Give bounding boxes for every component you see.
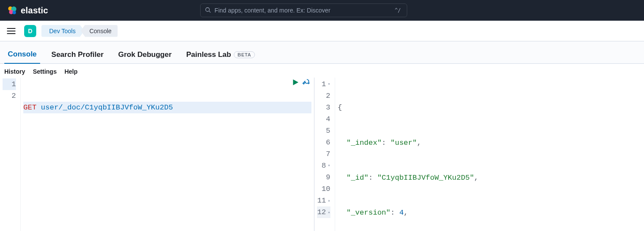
line-number: 3: [326, 102, 330, 113]
request-method: GET: [23, 102, 37, 113]
request-gutter: 1 2: [0, 78, 21, 231]
link-help[interactable]: Help: [64, 68, 77, 75]
line-number: 2: [12, 90, 16, 102]
svg-point-3: [13, 11, 16, 14]
tab-grok-debugger[interactable]: Grok Debugger: [115, 47, 175, 63]
line-number: 10: [321, 183, 330, 195]
svg-line-5: [209, 11, 211, 12]
link-history[interactable]: History: [4, 68, 25, 75]
line-number: 1: [322, 78, 326, 90]
json-key: "_version": [346, 207, 390, 219]
line-number: 12: [317, 206, 326, 218]
svg-point-4: [206, 7, 210, 11]
link-settings[interactable]: Settings: [33, 68, 57, 75]
run-request-button[interactable]: [292, 78, 299, 90]
json-val: 4: [399, 207, 404, 219]
sub-header: D Dev Tools Console: [0, 21, 644, 41]
breadcrumb-devtools[interactable]: Dev Tools: [41, 25, 84, 37]
space-selector[interactable]: D: [24, 25, 36, 37]
json-key: "_id": [346, 172, 368, 184]
top-header: elastic Find apps, content, and more. Ex…: [0, 0, 644, 21]
devtools-tabs: Console Search Profiler Grok Debugger Pa…: [0, 41, 644, 64]
line-number: 7: [326, 148, 330, 160]
tab-console[interactable]: Console: [4, 47, 40, 64]
search-shortcut-hint: ^/: [393, 7, 402, 13]
nav-toggle-button[interactable]: [7, 25, 19, 37]
line-number: 5: [326, 125, 330, 137]
line-number: 9: [326, 172, 330, 183]
request-actions: [292, 78, 310, 90]
request-path: user/_doc/C1yqbIIBJVfoW_YKu2D5: [41, 102, 173, 113]
response-gutter: 1▾ 2 3 4 5 6 7 8▾ 9 10 11▴ 12▴: [314, 78, 335, 231]
tab-painless-lab[interactable]: Painless Lab BETA: [183, 47, 258, 63]
editor-split: 1 2 GET user/_doc/C1yqbIIBJVfoW_YKu2D5 1…: [0, 78, 644, 231]
request-editor[interactable]: GET user/_doc/C1yqbIIBJVfoW_YKu2D5: [21, 78, 314, 173]
json-val: "user": [390, 137, 417, 149]
brand-text: elastic: [21, 6, 48, 16]
line-number: 4: [326, 113, 330, 125]
beta-badge: BETA: [234, 51, 255, 58]
line-number: 11: [317, 195, 326, 206]
response-pane: 1▾ 2 3 4 5 6 7 8▾ 9 10 11▴ 12▴ { "_index…: [314, 78, 644, 231]
tab-search-profiler[interactable]: Search Profiler: [48, 47, 107, 63]
request-pane: 1 2 GET user/_doc/C1yqbIIBJVfoW_YKu2D5: [0, 78, 314, 231]
global-search[interactable]: Find apps, content, and more. Ex: Discov…: [200, 3, 407, 17]
response-viewer[interactable]: { "_index": "user", "_id": "C1yqbIIBJVfo…: [335, 78, 644, 231]
json-key: "_index": [346, 137, 382, 149]
request-options-button[interactable]: [302, 78, 310, 90]
search-icon: [205, 7, 211, 14]
line-number: 2: [326, 90, 330, 102]
svg-marker-6: [293, 79, 298, 85]
elastic-logo-icon: [7, 5, 17, 16]
breadcrumb-console[interactable]: Console: [81, 25, 117, 37]
line-number: 6: [326, 137, 330, 148]
brand-logo[interactable]: elastic: [7, 5, 48, 16]
console-subnav: History Settings Help: [0, 64, 644, 78]
search-placeholder: Find apps, content, and more. Ex: Discov…: [214, 7, 390, 14]
tab-painless-lab-label: Painless Lab: [186, 50, 231, 59]
line-number: 1: [12, 78, 16, 90]
line-number: 8: [322, 160, 326, 172]
brace: {: [338, 102, 342, 113]
json-val: "C1yqbIIBJVfoW_YKu2D5": [377, 172, 474, 184]
breadcrumb: Dev Tools Console: [41, 25, 118, 37]
